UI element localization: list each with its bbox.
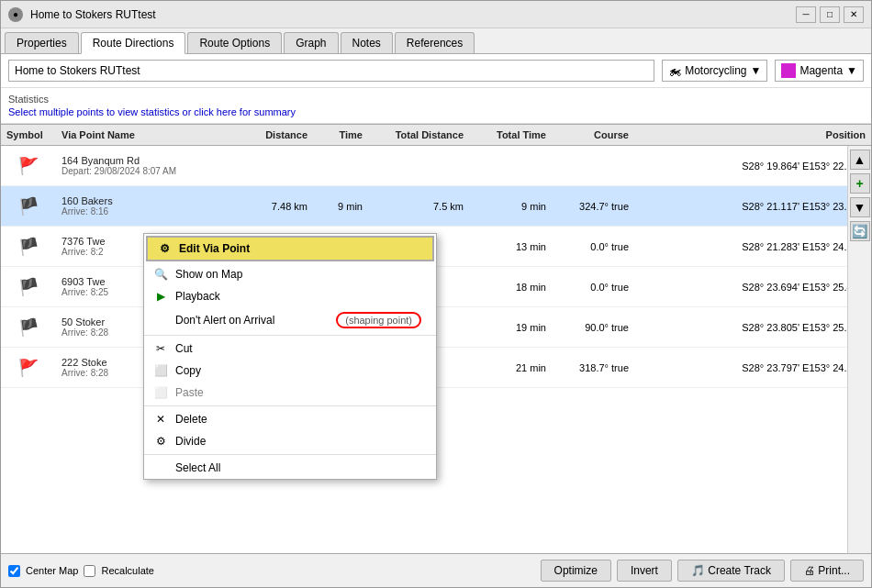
tab-route-directions[interactable]: Route Directions: [81, 32, 186, 54]
context-menu-item-cut[interactable]: ✂ Cut: [144, 338, 436, 360]
playback-label: Playback: [175, 290, 421, 303]
recalculate-checkbox[interactable]: [84, 565, 95, 577]
table-body: 🚩 164 Byanqum Rd Depart: 29/08/2024 8:07…: [1, 146, 871, 553]
time-cell: [313, 164, 368, 168]
statistics-area: Statistics Select multiple points to vie…: [1, 88, 871, 124]
header-distance: Distance: [230, 127, 313, 143]
maximize-button[interactable]: □: [820, 6, 840, 23]
distance-cell: 7.48 km: [230, 199, 313, 214]
toolbar: 🏍 Motorcycling ▼ Magenta ▼: [1, 54, 871, 88]
course-cell: [552, 164, 634, 168]
add-button[interactable]: +: [850, 173, 870, 194]
edit-via-point-icon: ⚙: [157, 242, 172, 255]
course-cell: 90.0° true: [552, 320, 634, 335]
playback-icon: ▶: [153, 290, 168, 303]
total-time-cell: 9 min: [469, 199, 552, 214]
context-menu-item-divide[interactable]: ⚙ Divide: [144, 430, 436, 452]
color-label: Magenta: [799, 64, 843, 77]
context-menu-divider: [144, 335, 436, 336]
delete-label: Delete: [175, 413, 421, 426]
name-cell: 164 Byanqum Rd Depart: 29/08/2024 8:07 A…: [56, 153, 230, 178]
position-cell: S28° 19.864' E153° 22.580': [634, 159, 871, 173]
table-row[interactable]: 🚩 164 Byanqum Rd Depart: 29/08/2024 8:07…: [1, 146, 871, 186]
statistics-label: Statistics: [8, 94, 864, 105]
titlebar: ● Home to Stokers RUTtest ─ □ ✕: [1, 1, 871, 28]
close-button[interactable]: ✕: [844, 6, 864, 23]
cut-icon: ✂: [153, 342, 168, 355]
refresh-button[interactable]: 🔄: [850, 221, 870, 241]
app-icon: ●: [8, 7, 23, 22]
symbol-cell: 🏴: [1, 194, 56, 218]
shaping-point-badge: (shaping point): [336, 312, 421, 328]
context-menu: ⚙ Edit Via Point 🔍 Show on Map ▶ Playbac…: [143, 233, 437, 480]
symbol-cell: 🏴: [1, 316, 56, 339]
context-menu-item-dont-alert[interactable]: Don't Alert on Arrival (shaping point): [144, 307, 436, 333]
table-row[interactable]: 🏴 160 Bakers Arrive: 8:16 7.48 km 9 min …: [1, 186, 871, 227]
header-symbol: Symbol: [1, 127, 56, 143]
invert-button[interactable]: Invert: [617, 560, 672, 582]
move-down-button[interactable]: ▼: [850, 197, 870, 217]
header-total-time: Total Time: [469, 127, 552, 143]
transport-mode-select[interactable]: 🏍 Motorcycling ▼: [662, 60, 767, 82]
dont-alert-label: Don't Alert on Arrival: [175, 314, 323, 327]
show-on-map-icon: 🔍: [153, 268, 168, 281]
route-name-input[interactable]: [8, 60, 654, 82]
tab-notes[interactable]: Notes: [341, 32, 393, 53]
show-on-map-label: Show on Map: [175, 268, 421, 281]
symbol-cell: 🏴: [1, 235, 56, 259]
optimize-button[interactable]: Optimize: [541, 560, 611, 582]
color-select[interactable]: Magenta ▼: [775, 60, 864, 82]
position-cell: S28° 23.797' E153° 24.279': [634, 361, 871, 375]
side-panel: ▲ + ▼ 🔄: [847, 146, 871, 553]
print-button[interactable]: 🖨 Print...: [790, 560, 864, 582]
flag-icon: 🚩: [18, 156, 39, 176]
symbol-cell: 🚩: [1, 154, 56, 178]
select-all-label: Select All: [175, 461, 421, 474]
header-time: Time: [313, 127, 368, 143]
course-cell: 324.7° true: [552, 199, 634, 214]
course-cell: 318.7° true: [552, 361, 634, 375]
flag-icon: 🏴: [18, 317, 39, 338]
tab-graph[interactable]: Graph: [284, 32, 338, 53]
recalculate-label: Recalculate: [101, 565, 153, 576]
center-map-checkbox[interactable]: [8, 565, 20, 577]
minimize-button[interactable]: ─: [796, 6, 816, 23]
context-menu-item-edit-via-point[interactable]: ⚙ Edit Via Point: [146, 236, 434, 261]
create-track-button[interactable]: 🎵 Create Track: [677, 560, 785, 582]
tab-references[interactable]: References: [395, 32, 475, 53]
copy-label: Copy: [175, 364, 421, 377]
context-menu-item-copy[interactable]: ⬜ Copy: [144, 360, 436, 382]
course-cell: 0.0° true: [552, 239, 634, 254]
copy-icon: ⬜: [153, 364, 168, 377]
total-time-cell: 21 min: [469, 361, 552, 375]
statistics-summary-link[interactable]: Select multiple points to view statistic…: [8, 106, 864, 117]
move-up-button[interactable]: ▲: [850, 150, 870, 170]
name-cell: 160 Bakers Arrive: 8:16: [56, 194, 230, 218]
divide-label: Divide: [175, 435, 421, 448]
edit-via-point-label: Edit Via Point: [179, 242, 418, 255]
tab-properties[interactable]: Properties: [5, 32, 79, 53]
context-menu-item-select-all[interactable]: Select All: [144, 457, 436, 479]
context-menu-item-paste[interactable]: ⬜ Paste: [144, 382, 436, 404]
paste-label: Paste: [175, 386, 421, 399]
symbol-cell: 🚩: [1, 356, 56, 380]
context-menu-divider: [144, 454, 436, 455]
delete-icon: ✕: [153, 413, 168, 426]
context-menu-item-show-on-map[interactable]: 🔍 Show on Map: [144, 263, 436, 285]
header-position: Position: [634, 127, 871, 143]
main-content: Symbol Via Point Name Distance Time Tota…: [1, 124, 871, 553]
transport-dropdown-icon: ▼: [751, 64, 762, 77]
distance-cell: [230, 164, 313, 168]
main-window: ● Home to Stokers RUTtest ─ □ ✕ Properti…: [0, 0, 872, 588]
position-cell: S28° 23.805' E153° 25.141': [634, 320, 871, 335]
context-menu-item-delete[interactable]: ✕ Delete: [144, 408, 436, 430]
total-time-cell: 13 min: [469, 239, 552, 254]
context-menu-item-playback[interactable]: ▶ Playback: [144, 285, 436, 307]
tab-route-options[interactable]: Route Options: [187, 32, 282, 53]
position-cell: S28° 21.283' E153° 24.527': [634, 239, 871, 254]
header-total-distance: Total Distance: [368, 127, 469, 143]
header-course: Course: [552, 127, 634, 143]
center-map-label: Center Map: [26, 565, 78, 576]
bottom-bar: Center Map Recalculate Optimize Invert 🎵…: [1, 553, 871, 587]
flag-icon: 🏴: [18, 277, 39, 297]
